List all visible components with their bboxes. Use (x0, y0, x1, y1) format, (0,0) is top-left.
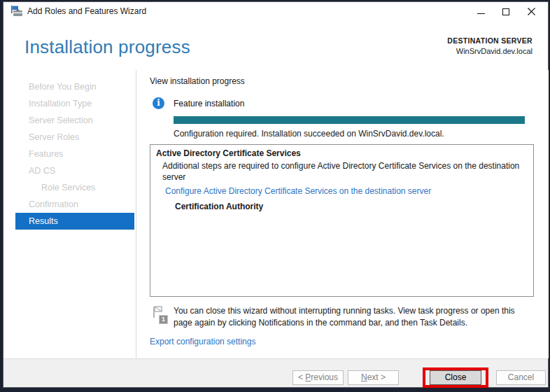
sidebar-item-confirmation: Confirmation (15, 196, 134, 213)
wizard-steps-sidebar: Before You Begin Installation Type Serve… (3, 70, 136, 358)
wizard-window: Add Roles and Features Wizard Installati… (3, 1, 549, 388)
sidebar-item-server-selection: Server Selection (15, 112, 134, 129)
export-configuration-link[interactable]: Export configuration settings (150, 337, 255, 346)
wizard-app-icon (10, 6, 23, 17)
sidebar-item-features: Features (15, 146, 134, 162)
sidebar-item-before-you-begin: Before You Begin (15, 78, 134, 95)
progress-status-text: Configuration required. Installation suc… (174, 129, 444, 139)
feature-installation-label: Feature installation (174, 99, 244, 108)
destination-server-value: WinSrvDavid.dev.local (447, 47, 533, 55)
sidebar-item-server-roles: Server Roles (15, 129, 134, 146)
maximize-icon[interactable] (493, 2, 519, 21)
wizard-content: View installation progress i Feature ins… (137, 70, 549, 358)
task-count-badge: 1 (159, 315, 168, 324)
titlebar[interactable]: Add Roles and Features Wizard (3, 2, 548, 21)
progress-bar (174, 116, 525, 124)
progress-fill (174, 116, 525, 124)
sidebar-item-role-services: Role Services (15, 179, 134, 196)
close-button[interactable]: Close (430, 370, 481, 385)
flag-icon: 1 (153, 306, 168, 325)
previous-label: < (298, 372, 305, 382)
sidebar-item-ad-cs: AD CS (15, 162, 134, 179)
results-box: Active Directory Certificate Services Ad… (150, 144, 534, 297)
sidebar-item-installation-type: Installation Type (15, 95, 134, 112)
info-icon: i (153, 97, 164, 109)
destination-server-label: DESTINATION SERVER (447, 36, 533, 45)
certification-authority-label: Certification Authority (175, 202, 263, 211)
view-progress-label: View installation progress (150, 76, 245, 86)
minimize-icon[interactable] (468, 2, 493, 21)
window-controls (468, 2, 544, 21)
page-title: Installation progress (24, 36, 190, 58)
window-title: Add Roles and Features Wizard (27, 2, 146, 21)
close-wizard-note: You can close this wizard without interr… (174, 305, 525, 329)
next-label: N (361, 372, 367, 382)
close-icon[interactable] (519, 2, 544, 21)
previous-button[interactable]: < Previous (292, 370, 344, 385)
cancel-button[interactable]: Cancel (496, 370, 546, 385)
wizard-header: Installation progress DESTINATION SERVER… (3, 21, 548, 70)
sidebar-item-results[interactable]: Results (15, 213, 134, 230)
next-button[interactable]: Next > (348, 370, 399, 385)
destination-server-block: DESTINATION SERVER WinSrvDavid.dev.local (447, 36, 533, 55)
role-detail-text: Additional steps are required to configu… (162, 160, 532, 183)
role-title: Active Directory Certificate Services (156, 148, 301, 158)
configure-adcs-link[interactable]: Configure Active Directory Certificate S… (165, 186, 431, 196)
wizard-footer: < Previous Next > Close Cancel (3, 358, 548, 387)
